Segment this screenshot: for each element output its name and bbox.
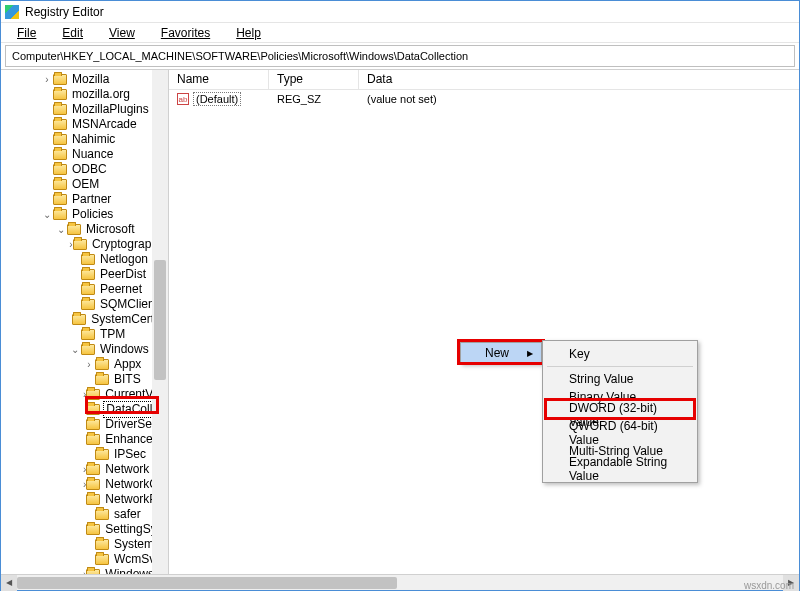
folder-icon [95, 554, 109, 565]
tree-node-mozillaplugins[interactable]: ›MozillaPlugins [1, 102, 168, 117]
folder-icon [81, 284, 95, 295]
tree-node-sqmclient[interactable]: ›SQMClient [1, 297, 168, 312]
tree-node-safer[interactable]: ›safer [1, 507, 168, 522]
tree-node-appx[interactable]: ›Appx [1, 357, 168, 372]
folder-icon [73, 239, 87, 250]
tree-node-system[interactable]: ›System [1, 537, 168, 552]
submenu-item-key[interactable]: Key [545, 345, 695, 363]
tree-node-cryptography[interactable]: ›Cryptography [1, 237, 168, 252]
column-header-type[interactable]: Type [269, 70, 359, 89]
folder-icon [53, 209, 67, 220]
tree-node-networkpro[interactable]: ›NetworkPro [1, 492, 168, 507]
folder-icon [53, 164, 67, 175]
tree-node-nahimic[interactable]: ›Nahimic [1, 132, 168, 147]
address-bar[interactable]: Computer\HKEY_LOCAL_MACHINE\SOFTWARE\Pol… [5, 45, 795, 67]
tree-node-partner[interactable]: ›Partner [1, 192, 168, 207]
expand-icon[interactable]: › [41, 72, 53, 87]
menu-edit[interactable]: Edit [50, 24, 95, 42]
menu-help[interactable]: Help [224, 24, 273, 42]
collapse-icon[interactable]: ⌄ [69, 342, 81, 357]
submenu-arrow-icon: ▶ [527, 349, 533, 358]
folder-icon [95, 509, 109, 520]
tree[interactable]: ›Mozilla›mozilla.org›MozillaPlugins›MSNA… [1, 70, 168, 574]
list-row[interactable]: ab (Default) REG_SZ (value not set) [169, 90, 799, 108]
tree-node-bits[interactable]: ›BITS [1, 372, 168, 387]
scroll-left-button[interactable]: ◀ [1, 575, 17, 591]
tree-node-msnarcade[interactable]: ›MSNArcade [1, 117, 168, 132]
tree-node-netlogon[interactable]: ›Netlogon [1, 252, 168, 267]
tree-node-peerdist[interactable]: ›PeerDist [1, 267, 168, 282]
list-body[interactable]: ab (Default) REG_SZ (value not set) [169, 90, 799, 574]
tree-node-label: MSNArcade [70, 117, 139, 132]
folder-icon [86, 389, 100, 400]
folder-icon [95, 359, 109, 370]
submenu-item-string-value[interactable]: String Value [545, 370, 695, 388]
tree-node-windows[interactable]: ⌄Windows [1, 342, 168, 357]
folder-icon [53, 194, 67, 205]
context-submenu[interactable]: KeyString ValueBinary ValueDWORD (32-bit… [542, 340, 698, 483]
scrollbar-thumb[interactable] [154, 260, 166, 380]
tree-node-systemcertific[interactable]: ›SystemCertific [1, 312, 168, 327]
tree-node-mozilla-org[interactable]: ›mozilla.org [1, 87, 168, 102]
context-menu-item-new[interactable]: New ▶ [461, 343, 541, 363]
folder-icon [53, 74, 67, 85]
folder-icon [53, 179, 67, 190]
folder-icon [53, 89, 67, 100]
folder-icon [86, 494, 100, 505]
tree-node-network-co[interactable]: ›Network Co [1, 462, 168, 477]
collapse-icon[interactable]: ⌄ [55, 222, 67, 237]
folder-icon [86, 569, 100, 574]
tree-node-networkco[interactable]: ›NetworkCo [1, 477, 168, 492]
tree-node-driversearc[interactable]: ›DriverSearc [1, 417, 168, 432]
tree-node-windowsup[interactable]: ›WindowsUp [1, 567, 168, 574]
tree-pane: ›Mozilla›mozilla.org›MozillaPlugins›MSNA… [1, 70, 169, 574]
tree-node-ipsec[interactable]: ›IPSec [1, 447, 168, 462]
submenu-item-qword-64-bit-value[interactable]: QWORD (64-bit) Value [545, 424, 695, 442]
context-menu-new[interactable]: New ▶ [460, 342, 542, 364]
tree-node-label: IPSec [112, 447, 148, 462]
menubar: File Edit View Favorites Help [1, 23, 799, 43]
tree-node-peernet[interactable]: ›Peernet [1, 282, 168, 297]
string-value-icon: ab [177, 93, 189, 105]
submenu-item-expandable-string-value[interactable]: Expandable String Value [545, 460, 695, 478]
tree-node-label: Windows [98, 342, 151, 357]
tree-node-nuance[interactable]: ›Nuance [1, 147, 168, 162]
tree-node-oem[interactable]: ›OEM [1, 177, 168, 192]
column-header-data[interactable]: Data [359, 70, 799, 89]
horizontal-scrollbar[interactable]: ◀ ▶ [1, 574, 799, 590]
menu-file[interactable]: File [5, 24, 48, 42]
folder-icon [53, 149, 67, 160]
tree-node-wcmsvc[interactable]: ›WcmSvc [1, 552, 168, 567]
expand-icon[interactable]: › [83, 357, 95, 372]
menu-view[interactable]: View [97, 24, 147, 42]
folder-icon [86, 479, 100, 490]
tree-node-settingsync[interactable]: ›SettingSync [1, 522, 168, 537]
tree-node-mozilla[interactable]: ›Mozilla [1, 72, 168, 87]
folder-icon [95, 539, 109, 550]
address-text: Computer\HKEY_LOCAL_MACHINE\SOFTWARE\Pol… [12, 50, 468, 62]
tree-node-datacollect[interactable]: ›DataCollect [1, 402, 168, 417]
tree-node-enhanceds[interactable]: ›EnhancedS [1, 432, 168, 447]
tree-node-currentvers[interactable]: ›CurrentVers [1, 387, 168, 402]
tree-node-odbc[interactable]: ›ODBC [1, 162, 168, 177]
folder-icon [81, 269, 95, 280]
folder-icon [95, 374, 109, 385]
scroll-thumb[interactable] [17, 577, 397, 589]
tree-node-tpm[interactable]: ›TPM [1, 327, 168, 342]
tree-vertical-scrollbar[interactable] [152, 70, 168, 574]
tree-node-policies[interactable]: ⌄Policies [1, 207, 168, 222]
folder-icon [81, 299, 95, 310]
menu-favorites[interactable]: Favorites [149, 24, 222, 42]
app-icon [5, 5, 19, 19]
menu-separator [547, 366, 693, 367]
column-header-name[interactable]: Name [169, 70, 269, 89]
titlebar[interactable]: Registry Editor [1, 1, 799, 23]
folder-icon [81, 254, 95, 265]
tree-node-label: Nuance [70, 147, 115, 162]
tree-node-microsoft[interactable]: ⌄Microsoft [1, 222, 168, 237]
folder-icon [86, 524, 100, 535]
tree-node-label: SQMClient [98, 297, 160, 312]
scroll-track[interactable] [17, 575, 783, 591]
tree-node-label: Microsoft [84, 222, 137, 237]
collapse-icon[interactable]: ⌄ [41, 207, 53, 222]
